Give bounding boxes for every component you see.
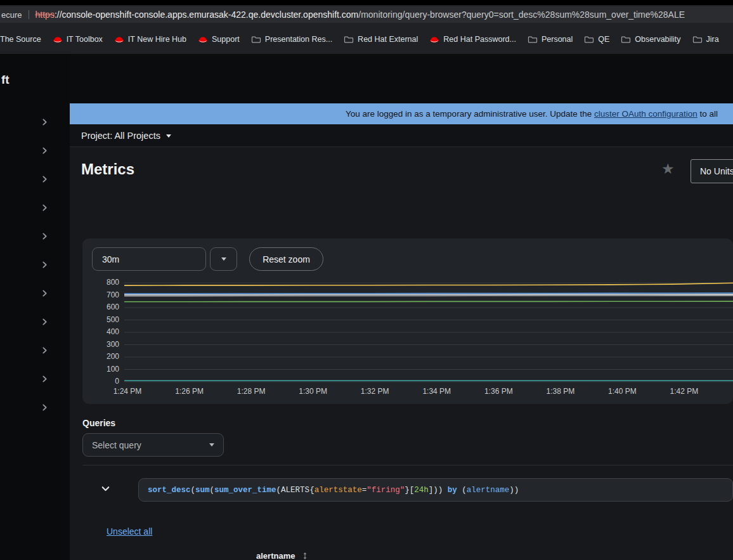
chevron-down-icon [221,257,226,261]
reset-zoom-button[interactable]: Reset zoom [249,247,323,271]
chevron-right-icon [41,174,49,186]
bookmark-label: Observability [635,35,680,44]
omnibox[interactable]: ecure https://console-openshift-console.… [0,6,733,23]
sidebar-nav-item-3[interactable] [37,201,52,216]
page-title: Metrics [81,160,134,178]
promql-token: { [309,486,315,495]
x-axis-tick: 1:24 PM [114,387,142,396]
chevron-right-icon [41,289,49,300]
sidebar-nav-item-6[interactable] [37,287,52,302]
bookmark-it-new-hire-hub[interactable]: IT New Hire Hub [114,34,186,44]
security-chip[interactable]: ecure [1,10,22,20]
bookmark-label: Personal [542,35,573,44]
sidebar-nav-item-7[interactable] [37,315,52,330]
bookmark-personal[interactable]: Personal [528,34,573,44]
chevron-right-icon [41,146,49,157]
bookmark-label: IT New Hire Hub [128,35,186,44]
y-axis-tick: 400 [82,327,119,336]
project-selector[interactable]: Project: All Projects [81,124,171,147]
unselect-all-link[interactable]: Unselect all [107,526,152,537]
promql-token: ])) [429,486,448,495]
promql-token: sum_over_time [214,486,276,495]
promql-token: ( [210,486,215,495]
sidebar: ft [0,54,70,560]
timespan-caret-button[interactable] [210,247,237,271]
units-select[interactable]: No Units [691,159,733,183]
promql-token: ( [191,486,196,495]
sidebar-nav-item-9[interactable] [37,372,52,387]
chart-card: 30m Reset zoom 0100200300400500600700800… [82,238,733,404]
promql-token: sort_desc [148,486,191,495]
url-text[interactable]: https://console-openshift-console.apps.e… [36,10,685,20]
sidebar-nav-item-8[interactable] [37,344,52,359]
bookmark-label: IT Toolbox [67,35,103,44]
x-axis-tick: 1:40 PM [608,387,637,396]
redhat-icon [114,34,124,44]
chevron-down-icon [101,484,110,496]
chevron-down-icon [166,134,171,138]
query-dropdown[interactable]: Select query [82,433,224,457]
bookmark-red-hat-external[interactable]: Red Hat External [344,34,418,44]
queries-heading: Queries [82,418,115,428]
url-scheme-struck: https [36,10,55,20]
chevron-right-icon [41,117,49,129]
bookmark-label: Red Hat Password... [443,35,516,44]
sidebar-nav-item-0[interactable] [37,115,52,131]
bookmark-label: Presentation Res... [265,35,332,44]
bookmark-support[interactable]: Support [198,34,240,44]
timespan-select[interactable]: 30m [92,247,206,271]
bookmark-presentation-res[interactable]: Presentation Res... [251,34,332,44]
promql-token: } [405,486,410,495]
url-path: /monitoring/query-browser?query0=sort_de… [358,10,685,20]
table-header-alertname[interactable]: alertname [256,551,309,560]
folder-icon [528,34,538,44]
x-axis-tick: 1:42 PM [670,387,699,396]
y-axis-tick: 700 [82,290,119,299]
promql-token: ( [457,486,467,495]
cluster-oauth-link[interactable]: cluster OAuth configuration [594,109,697,119]
units-select-value: No Units [700,166,733,176]
redhat-icon [53,34,63,44]
x-axis-tick: 1:38 PM [546,387,574,396]
url-host: ://console-openshift-console.apps.emuras… [55,10,358,20]
bookmarks-bar: The SourceIT ToolboxIT New Hire HubSuppo… [0,24,733,54]
project-selector-label: Project: All Projects [81,131,160,141]
chip-divider [29,10,29,19]
folder-icon [251,34,261,44]
bookmark-red-hat-password[interactable]: Red Hat Password... [429,34,516,44]
divider [82,465,733,466]
y-axis-tick: 500 [82,315,119,324]
query-expand-toggle[interactable] [98,483,112,497]
x-axis-tick: 1:30 PM [299,387,327,396]
sidebar-nav-item-1[interactable] [37,144,52,159]
x-axis-tick: 1:26 PM [175,387,204,396]
x-axis-tick: 1:28 PM [237,387,266,396]
redhat-icon [198,34,208,44]
sidebar-nav-item-4[interactable] [37,230,52,245]
chevron-right-icon [41,231,49,243]
promql-token: sum [195,486,210,495]
bookmark-it-toolbox[interactable]: IT Toolbox [53,34,103,44]
sidebar-nav-item-5[interactable] [37,258,52,273]
folder-icon [692,34,703,44]
metrics-line-chart[interactable] [124,278,733,386]
favorite-star-icon[interactable]: ★ [661,162,675,176]
chevron-right-icon [41,374,49,386]
sidebar-nav-item-10[interactable] [37,401,52,416]
bookmark-label: Support [212,35,240,44]
sort-icon[interactable] [301,552,309,560]
y-axis-tick: 300 [82,340,119,349]
query-dropdown-placeholder: Select query [92,440,141,450]
bookmark-observability[interactable]: Observability [621,34,680,44]
bookmark-the-source[interactable]: The Source [0,34,41,44]
banner-text: You are logged in as a temporary adminis… [346,109,718,119]
promql-input[interactable]: sort_desc(sum(sum_over_time(ALERTS{alert… [138,478,733,502]
banner-text-after: to all [697,109,718,119]
bookmark-jira[interactable]: Jira [692,34,719,44]
y-axis-tick: 600 [82,303,119,311]
chevron-right-icon [41,317,49,329]
sidebar-nav-item-2[interactable] [37,173,52,188]
bookmark-qe[interactable]: QE [584,34,609,44]
redhat-icon [429,34,439,44]
promql-token: 24h [414,486,429,495]
